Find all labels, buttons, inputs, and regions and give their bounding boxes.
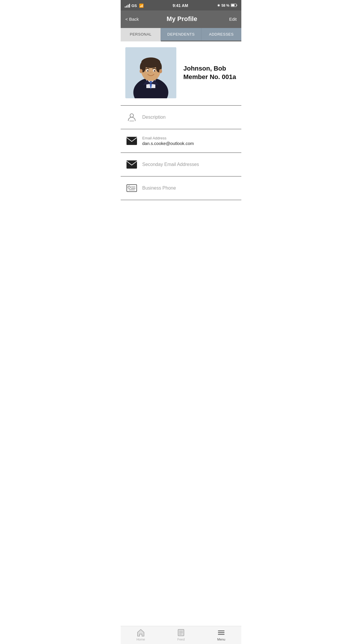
main-content: Johnson, Bob Member No. 001a Description… [121, 41, 241, 223]
back-button[interactable]: < Back [125, 17, 139, 22]
field-email: Email Address dan.s.cooke@outlook.com [121, 129, 241, 153]
email-value: dan.s.cooke@outlook.com [142, 141, 237, 146]
tab-personal[interactable]: PERSONAL [121, 28, 161, 41]
status-time: 9:41 AM [173, 3, 188, 8]
secondary-email-content: Seconday Email Addresses [142, 162, 237, 167]
field-description: Description [121, 106, 241, 129]
business-phone-icon [125, 182, 138, 195]
tab-dependents[interactable]: DEPENDENTS [161, 28, 201, 41]
profile-section: Johnson, Bob Member No. 001a [121, 41, 241, 105]
svg-rect-22 [129, 121, 134, 121]
field-business-phone: Business Phone [121, 176, 241, 200]
person-icon [125, 111, 138, 124]
secondary-email-placeholder: Seconday Email Addresses [142, 162, 237, 167]
description-placeholder: Description [142, 115, 237, 120]
status-bar: GS 📶 9:41 AM ✷ 58 % [121, 0, 241, 10]
svg-point-21 [130, 114, 133, 117]
signal-bar-4 [129, 4, 130, 8]
signal-bar-1 [125, 6, 126, 8]
secondary-email-icon [125, 158, 138, 171]
edit-button[interactable]: Edit [225, 17, 237, 22]
svg-point-26 [128, 186, 130, 188]
field-secondary-email: Seconday Email Addresses [121, 153, 241, 176]
profile-photo [125, 47, 176, 98]
status-left: GS 📶 [125, 4, 144, 8]
signal-bars [125, 4, 130, 8]
profile-member-no: Member No. 001a [183, 73, 237, 81]
tab-addresses[interactable]: ADDRESSES [201, 28, 241, 41]
email-icon [125, 134, 138, 147]
description-content: Description [142, 115, 237, 120]
signal-bar-3 [128, 5, 129, 8]
svg-rect-23 [127, 137, 137, 145]
page-title: My Profile [139, 15, 225, 23]
profile-name: Johnson, Bob [183, 64, 237, 73]
svg-point-18 [159, 69, 162, 73]
svg-rect-24 [127, 161, 137, 168]
battery-percent: 58 % [222, 4, 229, 8]
email-content: Email Address dan.s.cooke@outlook.com [142, 136, 237, 146]
profile-info: Johnson, Bob Member No. 001a [183, 64, 237, 81]
svg-rect-2 [231, 4, 234, 6]
status-right: ✷ 58 % [217, 4, 237, 8]
carrier-label: GS [131, 4, 137, 8]
tab-bar: PERSONAL DEPENDENTS ADDRESSES [121, 28, 241, 41]
wifi-icon: 📶 [139, 4, 144, 8]
svg-point-16 [154, 70, 155, 72]
svg-point-15 [147, 70, 149, 72]
business-phone-content: Business Phone [142, 186, 237, 191]
battery-icon [231, 4, 237, 8]
business-phone-placeholder: Business Phone [142, 186, 237, 191]
svg-point-17 [140, 69, 143, 73]
header: < Back My Profile Edit [121, 10, 241, 28]
signal-bar-2 [126, 6, 127, 8]
bluetooth-icon: ✷ [217, 4, 220, 8]
email-label: Email Address [142, 136, 237, 140]
svg-rect-1 [236, 5, 237, 6]
